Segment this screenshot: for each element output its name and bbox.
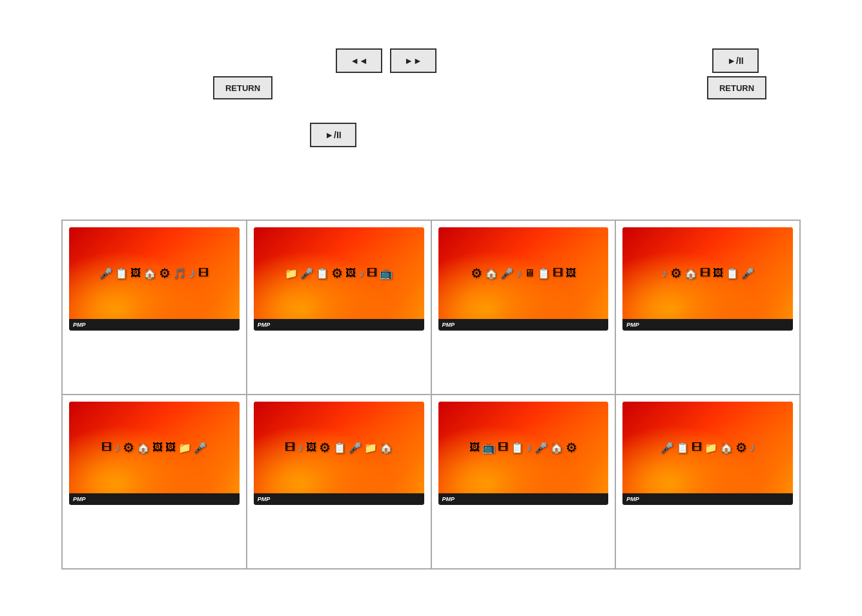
play-pause-button-right[interactable]: ►/II <box>712 48 759 73</box>
pmp-label-3: PMP <box>442 322 455 328</box>
right-return-control: RETURN <box>707 76 766 99</box>
pmp-label-6: PMP <box>258 496 271 502</box>
pmp-label-7: PMP <box>442 496 455 502</box>
forward-button[interactable]: ►► <box>390 48 436 73</box>
pmp-label-2: PMP <box>258 322 271 328</box>
pmp-label-4: PMP <box>626 322 639 328</box>
pmp-screen-1: 🎤📋🖼 🏠⚙🎵 ♪🎞 PMP <box>69 227 240 331</box>
grid-cell-2[interactable]: 📁🎤📋 ⚙🖼 ♪🎞 📺 PMP <box>247 220 431 395</box>
grid-cell-4[interactable]: ♪⚙🏠 🎞🖼📋 🎤 PMP <box>615 220 800 395</box>
play-pause-button-center[interactable]: ►/II <box>310 123 356 147</box>
pmp-screen-2: 📁🎤📋 ⚙🖼 ♪🎞 📺 PMP <box>254 227 424 331</box>
grid-cell-8[interactable]: 🎤📋🎞 📁🏠⚙ ♪ PMP <box>615 395 800 569</box>
thumbnail-grid: 🎤📋🖼 🏠⚙🎵 ♪🎞 PMP 📁🎤📋 ⚙🖼 ♪🎞 📺 PMP <box>61 220 801 570</box>
grid-cell-3[interactable]: ⚙🏠🎤 ♪🖥📋 🎞🖼 PMP <box>431 220 616 395</box>
pmp-screen-4: ♪⚙🏠 🎞🖼📋 🎤 PMP <box>622 227 793 331</box>
pmp-label-5: PMP <box>73 496 86 502</box>
left-return-control: RETURN <box>213 76 272 99</box>
pmp-screen-5: 🎞♪⚙ 🏠🖼🖼 📁🎤 PMP <box>69 402 240 505</box>
pmp-label-1: PMP <box>73 322 86 328</box>
pmp-screen-6: 🎞♪ 🖼⚙ 📋🎤📁🏠 PMP <box>254 402 424 505</box>
pmp-screen-3: ⚙🏠🎤 ♪🖥📋 🎞🖼 PMP <box>438 227 609 331</box>
grid-cell-6[interactable]: 🎞♪ 🖼⚙ 📋🎤📁🏠 PMP <box>247 395 431 569</box>
center-play-pause-control: ►/II <box>310 123 356 147</box>
return-button-right[interactable]: RETURN <box>707 76 766 99</box>
pmp-label-8: PMP <box>626 496 639 502</box>
right-play-pause-control: ►/II <box>712 48 759 73</box>
grid-cell-1[interactable]: 🎤📋🖼 🏠⚙🎵 ♪🎞 PMP <box>62 220 247 395</box>
pmp-screen-8: 🎤📋🎞 📁🏠⚙ ♪ PMP <box>622 402 793 505</box>
grid-cell-7[interactable]: 🖼📺🎞 📋♪ 🎤🏠⚙ PMP <box>431 395 616 569</box>
pmp-screen-7: 🖼📺🎞 📋♪ 🎤🏠⚙ PMP <box>438 402 609 505</box>
grid-cell-5[interactable]: 🎞♪⚙ 🏠🖼🖼 📁🎤 PMP <box>62 395 247 569</box>
rewind-button[interactable]: ◄◄ <box>336 48 382 73</box>
return-button-left[interactable]: RETURN <box>213 76 272 99</box>
center-transport-controls: ◄◄ ►► <box>336 48 436 73</box>
